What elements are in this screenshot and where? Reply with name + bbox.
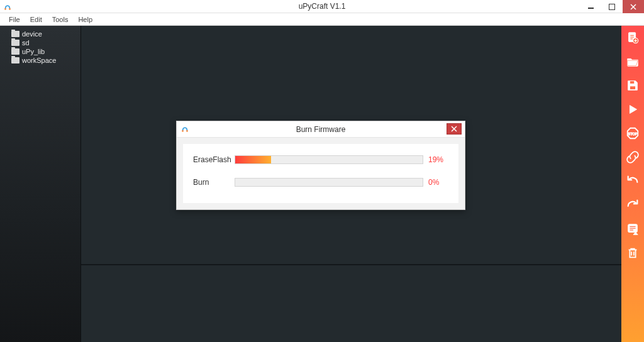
menubar: File Edit Tools Help [0, 13, 644, 26]
svg-point-1 [9, 8, 11, 10]
folder-icon [11, 31, 19, 37]
tree-item-upy-lib[interactable]: uPy_lib [3, 47, 78, 56]
dialog-title: Burn Firmware [177, 125, 465, 134]
progress-row-eraseflash: EraseFlash 19% [193, 155, 448, 164]
eraseflash-progress-fill [235, 156, 271, 163]
menu-file[interactable]: File [4, 14, 25, 25]
burn-firmware-dialog: Burn Firmware EraseFlash 19% Burn [176, 121, 465, 210]
download-run-icon[interactable] [625, 101, 641, 118]
open-file-icon[interactable] [625, 53, 641, 70]
folder-icon [11, 40, 19, 46]
window-title: uPyCraft V1.1 [0, 2, 644, 11]
workspace: device sd uPy_lib workSpace [0, 26, 644, 342]
svg-rect-7 [630, 81, 634, 84]
svg-text:STOP: STOP [628, 132, 638, 136]
svg-point-0 [4, 8, 6, 10]
undo-icon[interactable] [625, 173, 641, 189]
dialog-body: EraseFlash 19% Burn 0% [183, 144, 458, 203]
window-titlebar: uPyCraft V1.1 [0, 0, 644, 13]
eraseflash-progressbar [235, 155, 423, 164]
dialog-app-icon [180, 124, 189, 135]
save-icon[interactable] [625, 77, 641, 94]
main-area: STOP ! Burn Firmwar [80, 26, 644, 342]
window-close-button[interactable] [623, 0, 644, 13]
svg-rect-8 [630, 86, 635, 90]
svg-text:!: ! [635, 232, 636, 235]
menu-help[interactable]: Help [73, 14, 97, 25]
tree-item-sd[interactable]: sd [3, 38, 78, 47]
maximize-button[interactable] [601, 0, 623, 13]
folder-icon [11, 57, 19, 63]
dialog-titlebar[interactable]: Burn Firmware [177, 121, 465, 138]
app-icon [3, 1, 13, 11]
tree-item-workspace[interactable]: workSpace [3, 56, 78, 65]
file-tree-sidebar: device sd uPy_lib workSpace [0, 26, 80, 342]
burn-percent: 0% [428, 178, 448, 187]
menu-tools[interactable]: Tools [47, 14, 74, 25]
tree-item-label: device [22, 30, 42, 38]
progress-row-burn: Burn 0% [193, 178, 448, 187]
syntax-check-icon[interactable]: ! [625, 221, 641, 237]
redo-icon[interactable] [625, 197, 641, 213]
eraseflash-percent: 19% [428, 155, 448, 164]
svg-point-14 [186, 130, 188, 132]
right-toolbar: STOP ! [621, 26, 644, 342]
minimize-button[interactable] [580, 0, 601, 13]
console-pane[interactable] [81, 265, 621, 342]
tree-item-label: uPy_lib [22, 48, 45, 55]
dialog-close-button[interactable] [447, 123, 462, 135]
menu-edit[interactable]: Edit [25, 14, 47, 25]
tree-item-device[interactable]: device [3, 30, 78, 38]
tree-item-label: sd [22, 39, 30, 47]
progress-label: EraseFlash [193, 155, 235, 164]
folder-icon [11, 48, 19, 55]
clear-icon[interactable] [625, 245, 641, 261]
progress-label: Burn [193, 178, 235, 187]
connect-icon[interactable] [625, 149, 641, 165]
burn-progressbar [235, 178, 423, 187]
svg-point-13 [182, 130, 184, 132]
tree-item-label: workSpace [22, 57, 56, 64]
window-controls [580, 0, 644, 13]
stop-icon[interactable]: STOP [625, 125, 641, 141]
new-file-icon[interactable] [625, 30, 641, 46]
